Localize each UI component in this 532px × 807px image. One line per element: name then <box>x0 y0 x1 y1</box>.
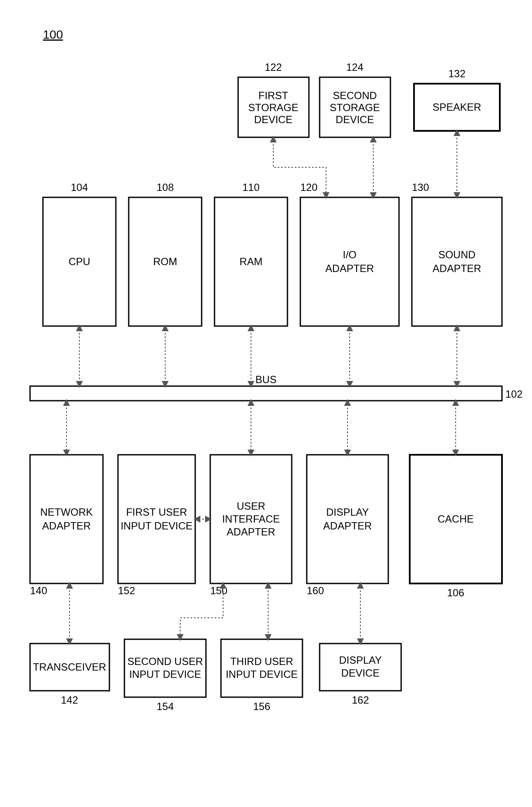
second-storage-ref: 124 <box>346 61 363 73</box>
ui-adapter-l1: USER <box>237 500 266 512</box>
speaker-ref: 132 <box>448 68 466 79</box>
io-adapter-l2: ADAPTER <box>325 263 374 274</box>
first-input-box <box>118 455 195 583</box>
display-adapter-l2: ADAPTER <box>323 520 372 532</box>
first-input-ref: 152 <box>118 585 135 596</box>
io-adapter-box <box>300 197 399 326</box>
third-input-l1: THIRD USER <box>230 656 293 667</box>
display-adapter-box <box>307 455 388 583</box>
network-adapter-ref: 140 <box>30 585 47 596</box>
io-adapter-ref: 120 <box>300 181 317 193</box>
second-input-l1: SECOND USER <box>127 656 203 667</box>
cache-ref: 106 <box>447 587 464 598</box>
bus-ref: 102 <box>505 388 523 400</box>
network-adapter-l2: ADAPTER <box>42 520 91 532</box>
second-input-ref: 154 <box>157 701 174 712</box>
third-input-l2: INPUT DEVICE <box>226 668 298 680</box>
rom-ref: 108 <box>157 181 174 193</box>
speaker-label: SPEAKER <box>432 101 481 113</box>
display-adapter-l1: DISPLAY <box>326 506 369 518</box>
display-device-l2: DEVICE <box>341 667 379 679</box>
first-input-l1: FIRST USER <box>126 506 187 518</box>
first-input-l2: INPUT DEVICE <box>121 520 193 532</box>
rom-label: ROM <box>153 256 177 267</box>
conn-first-storage-io <box>273 137 326 197</box>
io-adapter-l1: I/O <box>343 249 357 260</box>
second-storage-l2: STORAGE <box>330 102 380 113</box>
cache-label: CACHE <box>438 513 474 525</box>
sound-adapter-ref: 130 <box>412 181 429 193</box>
ui-adapter-l2: INTERFACE <box>222 513 280 525</box>
ram-ref: 110 <box>242 181 260 193</box>
figure-ref: 100 <box>43 28 63 41</box>
display-device-ref: 162 <box>352 694 369 706</box>
architecture-diagram: 100 BUS 102 FIRST STORAGE DEVICE 122 SEC… <box>0 0 532 807</box>
second-storage-l1: SECOND <box>333 90 377 101</box>
ram-label: RAM <box>239 256 262 267</box>
first-storage-l2: STORAGE <box>248 102 299 113</box>
display-device-l1: DISPLAY <box>339 654 382 666</box>
second-storage-l3: DEVICE <box>336 114 374 125</box>
transceiver-label: TRANSCEIVER <box>33 661 106 673</box>
ui-adapter-ref: 150 <box>210 585 227 596</box>
bus-label: BUS <box>255 374 276 385</box>
transceiver-ref: 142 <box>61 694 78 706</box>
sound-adapter-box <box>412 197 502 326</box>
sound-adapter-l1: SOUND <box>438 249 476 260</box>
cpu-ref: 104 <box>71 181 88 193</box>
first-storage-l3: DEVICE <box>254 114 292 125</box>
ui-adapter-l3: ADAPTER <box>227 526 275 538</box>
first-storage-l1: FIRST <box>258 90 288 101</box>
cpu-label: CPU <box>69 256 91 267</box>
third-input-ref: 156 <box>253 701 270 712</box>
bus-rail <box>30 386 502 401</box>
display-adapter-ref: 160 <box>307 585 324 596</box>
network-adapter-l1: NETWORK <box>40 506 93 518</box>
first-storage-ref: 122 <box>265 61 282 73</box>
second-input-l2: INPUT DEVICE <box>129 668 201 680</box>
sound-adapter-l2: ADAPTER <box>432 263 481 274</box>
network-adapter-box <box>30 455 103 583</box>
